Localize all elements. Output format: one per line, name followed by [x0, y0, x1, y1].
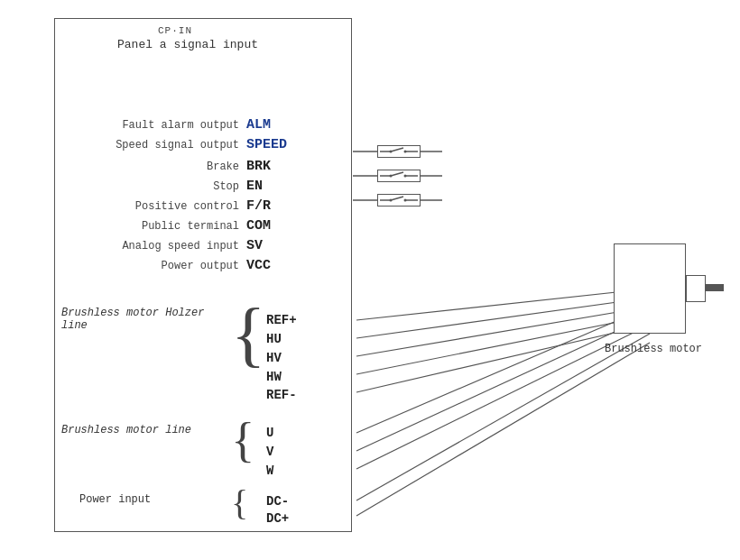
signal-code-hv: HV [266, 351, 282, 365]
diagram-container: CP·IN Panel a signal input Fault alarm o… [0, 0, 740, 560]
signal-code-alm: ALM [246, 117, 271, 133]
svg-line-14 [356, 334, 650, 500]
motor-inner-box [686, 275, 706, 302]
signal-code-en: EN [246, 179, 263, 194]
holzer-brace: { [231, 298, 265, 370]
svg-line-11 [356, 307, 650, 433]
svg-line-10 [356, 325, 650, 392]
signal-row-speed: Speed signal output SPEED [77, 137, 287, 152]
signal-code-speed: SPEED [246, 137, 287, 152]
signal-desc-sv: Analog speed input [77, 240, 239, 252]
terminal-block-brk [377, 145, 421, 158]
signal-code-com: COM [246, 218, 271, 234]
signal-code-refplus: REF+ [266, 313, 297, 327]
svg-line-15 [356, 343, 650, 516]
svg-point-30 [404, 199, 407, 202]
svg-point-25 [404, 175, 407, 178]
motor-shaft [706, 284, 724, 291]
svg-point-20 [404, 151, 407, 153]
signal-row-vcc: Power output VCC [77, 258, 271, 273]
signal-desc-speed: Speed signal output [77, 139, 239, 151]
signal-code-u: U [266, 426, 273, 440]
svg-line-27 [391, 197, 403, 200]
svg-line-6 [356, 289, 650, 320]
holzer-label: Brushless motor Holzer line [61, 307, 224, 332]
cp-in-label: CP·IN [158, 25, 192, 36]
signal-code-hw: HW [266, 370, 282, 384]
terminal-block-en [377, 170, 421, 182]
signal-row-brk: Brake BRK [77, 159, 271, 174]
svg-point-19 [390, 151, 393, 153]
controller-box [54, 18, 352, 532]
svg-point-29 [390, 199, 393, 202]
panel-signal-label: Panel a signal input [117, 38, 258, 51]
signal-row-alm: Fault alarm output ALM [77, 117, 271, 133]
signal-code-v: V [266, 445, 273, 459]
svg-line-7 [356, 298, 650, 338]
signal-desc-fr: Positive control [77, 200, 239, 213]
signal-row-sv: Analog speed input SV [77, 238, 263, 253]
svg-line-12 [356, 316, 650, 451]
signal-code-hu: HU [266, 332, 282, 346]
signal-code-w: W [266, 464, 273, 478]
signal-row-com: Public terminal COM [77, 218, 271, 234]
signal-desc-en: Stop [77, 180, 239, 193]
motor-outer-box [614, 243, 686, 334]
signal-desc-com: Public terminal [77, 220, 239, 233]
power-brace: { [231, 485, 248, 521]
motor-line-brace: { [231, 415, 254, 464]
signal-code-dcminus: DC- [266, 494, 289, 509]
signal-code-refminus: REF- [266, 388, 297, 402]
svg-line-17 [391, 148, 403, 151]
power-label: Power input [79, 493, 151, 506]
svg-point-24 [390, 175, 393, 178]
signal-row-en: Stop EN [77, 179, 263, 194]
signal-desc-brk: Brake [77, 161, 239, 173]
motor-line-label: Brushless motor line [61, 424, 224, 436]
signal-code-dcplus: DC+ [266, 511, 289, 526]
signal-code-vcc: VCC [246, 258, 271, 273]
signal-code-fr: F/R [246, 198, 271, 214]
signal-desc-alm: Fault alarm output [77, 119, 239, 132]
signal-code-brk: BRK [246, 159, 271, 174]
svg-line-22 [391, 172, 403, 176]
motor-label: Brushless motor [605, 343, 702, 355]
signal-code-sv: SV [246, 238, 263, 253]
signal-row-fr: Positive control F/R [77, 198, 271, 214]
terminal-block-fr [377, 194, 421, 207]
signal-desc-vcc: Power output [77, 260, 239, 272]
